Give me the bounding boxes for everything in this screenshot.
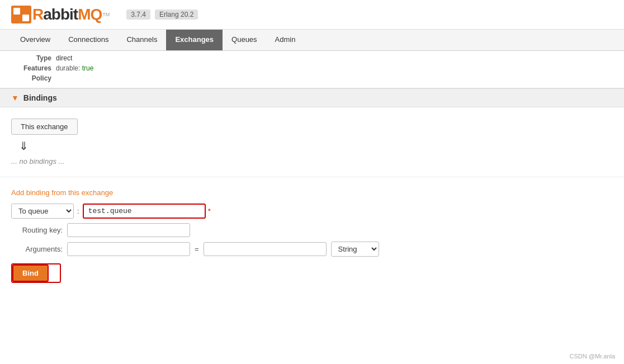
- erlang-badge: Erlang 20.2: [155, 10, 198, 20]
- footer: CSDN @Mr.anla: [570, 353, 615, 360]
- arguments-row: Arguments: = String Boolean Number List: [11, 242, 613, 257]
- features-value: durable: true: [56, 64, 93, 72]
- type-row: Type direct: [11, 54, 613, 62]
- features-key: durable:: [56, 64, 82, 72]
- nav-connections[interactable]: Connections: [59, 30, 117, 50]
- footer-text: CSDN @Mr.anla: [570, 353, 615, 360]
- routing-key-label: Routing key:: [11, 226, 67, 234]
- features-label: Features: [11, 64, 56, 72]
- svg-rect-1: [13, 8, 20, 15]
- header: RabbitMQ TM 3.7.4 Erlang 20.2: [0, 0, 624, 30]
- to-queue-row: To queue To exchange : *: [11, 204, 613, 219]
- type-label: Type: [11, 54, 56, 62]
- bind-button-extra: [49, 266, 60, 281]
- policy-row: Policy: [11, 74, 613, 82]
- arguments-value-input[interactable]: [204, 242, 327, 256]
- arguments-type-select[interactable]: String Boolean Number List: [331, 242, 379, 257]
- bindings-arrow-icon: ▼: [11, 93, 19, 102]
- equals-sign: =: [195, 245, 199, 253]
- version-badges: 3.7.4 Erlang 20.2: [126, 10, 198, 20]
- required-star: *: [208, 207, 211, 215]
- main-nav: Overview Connections Channels Exchanges …: [0, 30, 624, 51]
- arguments-key-input[interactable]: [67, 242, 190, 256]
- bindings-title: Bindings: [23, 93, 57, 102]
- queue-name-input[interactable]: [83, 204, 206, 219]
- arguments-label: Arguments:: [11, 245, 67, 253]
- bindings-content: This exchange ⇓ ... no bindings ...: [0, 107, 624, 177]
- bind-button-container: Bind: [11, 263, 61, 283]
- to-queue-select[interactable]: To queue To exchange: [11, 204, 74, 219]
- features-row: Features durable: true: [11, 64, 613, 72]
- version-badge: 3.7.4: [126, 10, 150, 20]
- svg-rect-2: [22, 15, 29, 21]
- nav-exchanges[interactable]: Exchanges: [166, 30, 223, 50]
- nav-channels[interactable]: Channels: [117, 30, 166, 50]
- logo-text: RabbitMQ: [32, 6, 102, 23]
- logo-icon: [11, 6, 31, 23]
- down-arrow-icon: ⇓: [19, 139, 613, 153]
- routing-key-input[interactable]: [67, 223, 190, 237]
- bind-button[interactable]: Bind: [12, 264, 49, 282]
- logo-tm: TM: [102, 12, 110, 17]
- no-bindings-text: ... no bindings ...: [11, 157, 613, 166]
- this-exchange-button: This exchange: [11, 119, 78, 135]
- nav-admin[interactable]: Admin: [266, 30, 305, 50]
- type-value: direct: [56, 54, 72, 62]
- logo: RabbitMQ TM: [11, 6, 110, 23]
- form-colon: :: [77, 207, 79, 215]
- nav-overview[interactable]: Overview: [11, 30, 59, 50]
- features-val: true: [82, 64, 94, 72]
- svg-rect-3: [13, 15, 20, 21]
- policy-label: Policy: [11, 74, 56, 82]
- bindings-section: ▼ Bindings This exchange ⇓ ... no bindin…: [0, 88, 624, 177]
- add-binding-section: Add binding from this exchange To queue …: [0, 177, 624, 294]
- nav-queues[interactable]: Queues: [223, 30, 266, 50]
- bindings-header[interactable]: ▼ Bindings: [0, 89, 624, 107]
- routing-key-row: Routing key:: [11, 223, 613, 237]
- content: Type direct Features durable: true Polic…: [0, 51, 624, 294]
- properties-section: Type direct Features durable: true Polic…: [0, 51, 624, 88]
- bind-btn-row: Bind: [11, 263, 613, 283]
- add-binding-title: Add binding from this exchange: [11, 188, 613, 197]
